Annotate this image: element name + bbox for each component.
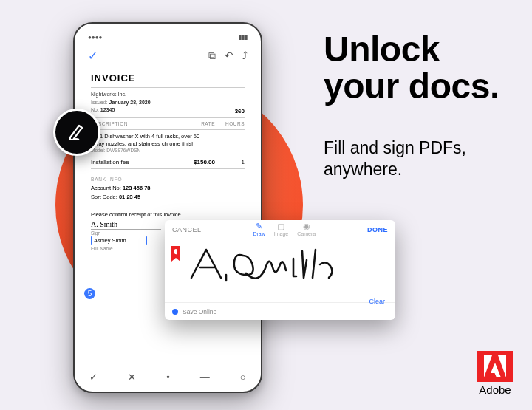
save-online-toggle[interactable] <box>172 309 178 315</box>
company-name: Nightworks Inc. <box>91 91 151 99</box>
share-icon[interactable]: ⤴ <box>242 49 248 62</box>
acct-no: 123 456 78 <box>123 185 151 191</box>
bookmark-flag-icon <box>171 245 181 266</box>
issued-label: Issued: <box>91 100 108 105</box>
invoice-no: 12345 <box>100 107 115 112</box>
subheadline: Fill and sign PDFs, anywhere. <box>324 137 466 180</box>
col-rate: RATE <box>178 121 215 126</box>
doc-title: INVOICE <box>91 72 245 83</box>
headline: Unlock your docs. <box>324 31 499 106</box>
draw-icon: ✎ <box>256 222 262 230</box>
col-hours: HOURS <box>215 121 245 126</box>
item2-desc: Installation fee <box>91 159 178 165</box>
copy-icon[interactable]: ⧉ <box>208 49 216 62</box>
signature-popup: CANCEL ✎Draw ▢Image ◉Camera DONE Clear S… <box>165 220 395 320</box>
acct-label: Account No: <box>91 185 121 191</box>
invoice-no-label: No: <box>91 107 99 112</box>
nav-line-icon[interactable]: — <box>200 372 210 383</box>
signature-scribble[interactable]: A. Smith <box>91 220 161 230</box>
subhead-line1: Fill and sign PDFs, <box>324 138 466 157</box>
item2-rate: $150.00 <box>178 159 215 165</box>
save-online-label: Save Online <box>183 308 216 315</box>
page-count-badge[interactable]: 5 <box>84 288 95 299</box>
clear-button[interactable]: Clear <box>369 298 385 305</box>
pen-icon <box>64 120 89 145</box>
adobe-logo-icon <box>477 351 513 382</box>
signature-stroke <box>185 242 348 293</box>
fullname-label: Full Name <box>91 246 161 251</box>
nav-close-icon[interactable]: ✕ <box>128 372 136 383</box>
col-description: DESCRIPTION <box>91 121 178 126</box>
adobe-logo: Adobe <box>477 351 513 397</box>
signature-tool-tabs: ✎Draw ▢Image ◉Camera <box>253 222 316 236</box>
app-toolbar: ✓ ⧉ ↶ ⤴ <box>81 44 255 66</box>
phone-status-bar: ●●●●▮▮▮ <box>81 30 255 44</box>
tab-camera[interactable]: ◉Camera <box>297 222 316 236</box>
phone-mockup: ●●●●▮▮▮ ✓ ⧉ ↶ ⤴ INVOICE Nightworks Inc. … <box>73 22 262 393</box>
cancel-button[interactable]: CANCEL <box>172 226 202 233</box>
fullname-field[interactable]: Ashley Smith <box>91 236 147 245</box>
confirm-check-icon[interactable]: ✓ <box>88 49 98 63</box>
headline-line1: Unlock <box>324 30 440 69</box>
tab-image[interactable]: ▢Image <box>274 222 288 236</box>
tab-draw[interactable]: ✎Draw <box>253 222 265 236</box>
nav-check-icon[interactable]: ✓ <box>89 372 98 383</box>
item2-hours: 1 <box>215 159 245 165</box>
done-button[interactable]: DONE <box>367 226 388 233</box>
item1-desc: TS-1 Dishwasher X with 4 full racks, ove… <box>91 133 202 148</box>
subhead-line2: anywhere. <box>324 160 402 179</box>
sign-label: Sign <box>91 230 161 236</box>
camera-icon: ◉ <box>303 222 310 230</box>
nav-dot-icon[interactable]: • <box>166 372 170 383</box>
nav-circle-icon[interactable]: ○ <box>240 372 246 383</box>
item1-model: DWS876WDSN <box>106 148 140 153</box>
phone-nav-bar: ✓ ✕ • — ○ <box>75 368 261 386</box>
issued-date: January 28, 2020 <box>109 100 151 105</box>
undo-icon[interactable]: ↶ <box>225 49 233 62</box>
confirm-text: Please confirm receipt of this invoice <box>91 211 245 218</box>
bank-section-label: BANK INFO <box>91 177 245 182</box>
signature-baseline <box>185 293 385 293</box>
balance-amount: 360 <box>235 108 245 115</box>
sort-code: 01 23 45 <box>119 194 140 200</box>
headline-line2: your docs. <box>324 66 499 106</box>
image-icon: ▢ <box>277 222 284 230</box>
sort-label: Sort Code: <box>91 194 117 200</box>
pen-badge <box>53 109 100 156</box>
adobe-brand-name: Adobe <box>479 383 511 396</box>
signature-canvas[interactable]: Clear <box>165 239 395 302</box>
